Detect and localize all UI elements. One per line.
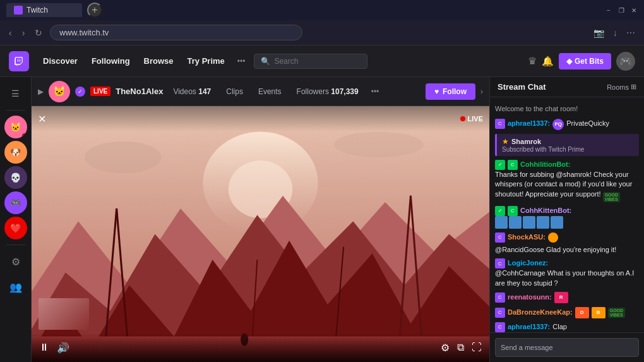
sidebar-channel-3[interactable]: 💀 [4,166,27,189]
fullscreen-button[interactable]: ⛶ [472,342,482,353]
username-kittenbot: CohhKittenBot: [520,206,571,215]
twitch-logo[interactable] [9,51,29,71]
followers-tab[interactable]: Followers 107,339 [292,85,364,99]
bell-icon[interactable]: 🔔 [542,56,554,67]
twitch-navbar: Discover Following Browse Try Prime ••• … [0,45,644,77]
sub-detail: Subscribed with Twitch Prime [502,146,634,153]
new-tab-button[interactable]: + [87,3,102,18]
live-dot-icon [460,116,465,121]
emote-welcome-4 [537,216,549,229]
user-avatar[interactable]: 🎮 [616,52,635,71]
chat-message-aphrael2: C aphrael1337: Clap [495,322,639,332]
forward-button[interactable]: › [20,25,28,40]
nav-try-prime[interactable]: Try Prime [181,52,231,69]
channel-avatar[interactable]: 🐱 [49,81,70,102]
chat-message-reenatosunn: C reenatosunn: R [495,292,639,303]
chat-input-box[interactable]: Send a message [495,338,639,357]
tab-title: Twitch [27,6,48,15]
friends-button[interactable]: 👥 [4,275,27,298]
thumbnail-preview [39,298,89,330]
search-box[interactable]: 🔍 [254,54,367,69]
good-vibes-2: GOODVIBES [608,308,625,318]
chat-input-area: Send a message [490,332,644,362]
follow-button[interactable]: ♥ Follow [426,83,475,100]
play-pause-button[interactable]: ⏸ [39,342,49,353]
chat-message-kittenbot: ✓ C CohhKittenBot: [495,206,639,229]
address-bar[interactable]: www.twitch.tv [50,25,302,40]
msg-shockasu: @RancidGoose Glad you're enjoying it! [495,245,616,255]
username-aphrael2: aphrael1337: [508,322,550,332]
search-icon: 🔍 [261,57,270,66]
avatar-privatequicky: PQ [552,119,564,130]
download-button[interactable]: ↓ [611,25,620,40]
badge-c4: C [495,232,505,243]
username-cohhbot: CohhilitionBot: [520,160,570,169]
video-player[interactable]: ✕ LIVE ⏸ 🔊 ⚙ ⧉ ⛶ [32,106,489,362]
sidebar-divider-2 [6,244,25,245]
emote-shockasu [548,232,558,243]
badge-mod2: ✓ [495,206,505,216]
chat-message-bot1: ✓ C CohhilitionBot: Thanks for subbing @… [495,160,639,202]
nav-more-button[interactable]: ••• [232,53,251,69]
sidebar-channel-2[interactable]: 🐶 [4,141,27,164]
chat-messages[interactable]: Welcome to the chat room! C aphrael1337:… [490,97,644,332]
video-controls: ⏸ 🔊 ⚙ ⧉ ⛶ [32,333,489,362]
chat-input-placeholder: Send a message [501,344,553,351]
close-button[interactable]: ✕ [630,6,638,14]
rooms-button[interactable]: Rooms ⊞ [607,83,636,91]
badge-c8: C [495,322,505,332]
videos-tab[interactable]: Videos 147 [168,85,216,99]
username-shockasu: ShockASU: [508,232,546,242]
maximize-button[interactable]: ❐ [617,6,625,14]
diamond-icon: ◆ [566,57,572,66]
channel-name[interactable]: TheNo1Alex [116,87,163,96]
nav-following[interactable]: Following [85,52,136,69]
settings-button[interactable]: ⚙ [441,342,450,354]
emote-dabronze-2: B [592,307,605,318]
settings-button[interactable]: ⚙ [4,250,27,273]
minimize-button[interactable]: − [605,6,612,14]
channel-content: ▶ 🐱 ✓ LIVE TheNo1Alex Videos 147 Clips E… [32,77,489,362]
chat-message-shockasu: C ShockASU: @RancidGoose Glad you're enj… [495,232,639,255]
camera-button[interactable]: 📷 [591,25,607,40]
clips-tab[interactable]: Clips [221,85,248,99]
live-indicator: LIVE [460,115,483,123]
browser-tab[interactable]: Twitch [6,3,82,17]
sidebar-channel-5[interactable]: ❤️ [4,217,27,239]
chevron-right-icon[interactable]: › [480,87,483,96]
search-input[interactable] [274,57,361,66]
reload-button[interactable]: ↻ [32,25,45,40]
channel-more-button[interactable]: ••• [369,85,382,99]
heart-icon: ♥ [434,87,439,96]
window-chrome-left: Twitch + [6,3,102,18]
chat-panel: Stream Chat Rooms ⊞ Welcome to the chat … [489,77,644,362]
chat-message-logicjonez: C LogicJonez: @CohhCarnage What is your … [495,258,639,288]
browser-more-button[interactable]: ⋯ [624,25,638,40]
volume-button[interactable]: 🔊 [57,342,69,354]
badge-mod: ✓ [495,160,505,170]
events-tab[interactable]: Events [253,85,287,99]
msg-logicjonez: @CohhCarnage What is your thoughts on A.… [495,269,634,286]
nav-browse[interactable]: Browse [138,52,180,69]
nav-discover[interactable]: Discover [37,52,84,69]
video-scene [32,106,489,362]
live-text: LIVE [468,115,483,123]
crown-icon[interactable]: ♛ [528,55,537,67]
main-content: ☰ 🐱 🐶 💀 🎮 ❤️ ⚙ 👥 ▶ 🐱 ✓ LIVE TheNo1Alex [0,77,644,362]
msg-clap: Clap [552,322,567,332]
avatar-reena: R [554,292,568,303]
username-reenatosunn: reenatosunn: [508,293,552,302]
video-close-button[interactable]: ✕ [38,113,46,125]
sidebar-channel-4[interactable]: 🎮 [4,191,27,214]
sidebar-toggle-button[interactable]: ☰ [4,82,27,105]
username-logicjonez: LogicJonez: [508,258,548,268]
get-bits-button[interactable]: ◆ Get Bits [559,53,611,69]
username-dabronze: DaBronzeKneeKap: [508,308,573,317]
follow-label: Follow [443,87,467,96]
sidebar-channel-1[interactable]: 🐱 [4,116,27,138]
chat-header: Stream Chat Rooms ⊞ [490,77,644,97]
live-indicator-1 [22,133,27,138]
back-button[interactable]: ‹ [6,25,15,40]
expand-sidebar-button[interactable]: ▶ [38,87,44,96]
pip-button[interactable]: ⧉ [457,342,464,353]
